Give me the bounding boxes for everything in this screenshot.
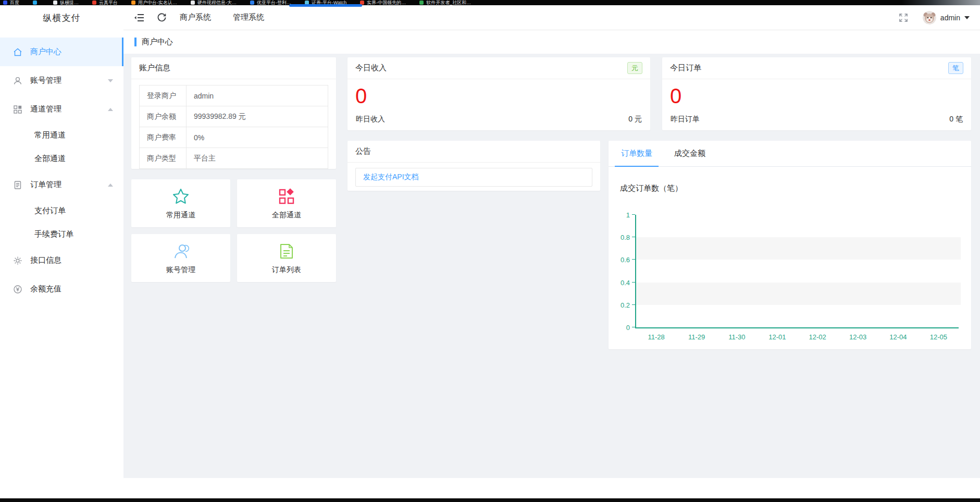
sidebar-item-label: 订单管理	[30, 180, 61, 190]
bookmark-item[interactable]: 用户中台-实名认…	[131, 0, 177, 5]
bookmark-item[interactable]: 软件开发者_社区和…	[419, 0, 471, 5]
browser-active-tab-indicator	[289, 4, 362, 7]
bookmark-label: 云真平台	[99, 0, 118, 5]
sidebar-item-label: 接口信息	[30, 255, 61, 265]
tab-admin-system[interactable]: 管理系统	[233, 13, 264, 22]
table-cell-value: 平台主	[187, 148, 328, 169]
bottom-edge	[0, 498, 980, 502]
bookmark-label: 纵横提…	[60, 0, 79, 5]
bookmark-item[interactable]: 百度	[3, 0, 19, 5]
sidebar-subitem-label: 常用通道	[34, 130, 66, 140]
table-row: 商户余额 99939982.89 元	[140, 106, 328, 127]
breadcrumb-marker	[134, 38, 137, 46]
bookmark-item[interactable]: 硬件现程信息-大…	[191, 0, 237, 5]
bookmark-label: 用户中台-实名认…	[138, 0, 177, 5]
sidebar-item-order-management[interactable]: 订单管理	[0, 170, 123, 199]
list-document-icon	[279, 242, 294, 261]
shortcut-order-list[interactable]: 订单列表	[237, 234, 336, 282]
table-row: 商户类型 平台主	[140, 148, 328, 169]
users-icon	[171, 242, 190, 261]
shortcut-label: 账号管理	[166, 265, 195, 275]
bookmark-item[interactable]	[33, 0, 40, 5]
dashboard-content: 账户信息 登录商户 admin 商户余额 99939982.89 元	[123, 54, 980, 478]
sidebar-item-api-info[interactable]: 接口信息	[0, 246, 123, 275]
y-axis-tick-mark	[632, 304, 635, 305]
sidebar-subitem-common-channels[interactable]: 常用通道	[0, 124, 123, 147]
sidebar-subitem-label: 全部通道	[34, 154, 66, 164]
sidebar-subitem-fee-orders[interactable]: 手续费订单	[0, 223, 123, 246]
bookmark-item[interactable]: 优亚平台-登利…	[250, 0, 291, 5]
orders-chart-card: 订单数量 成交金额 成交订单数（笔） 00.20.40.60.8111-2811…	[609, 141, 971, 349]
breadcrumb: 商户中心	[123, 30, 980, 54]
yesterday-orders-label: 昨日订单	[671, 115, 700, 124]
table-row: 登录商户 admin	[140, 85, 328, 106]
bookmark-label: 百度	[10, 0, 19, 5]
sidebar-item-merchant-center[interactable]: 商户中心	[0, 38, 123, 66]
y-axis-tick-label: 0.2	[612, 301, 630, 309]
sidebar-item-label: 账号管理	[30, 76, 61, 85]
table-cell-value: 99939982.89 元	[187, 106, 328, 127]
shortcut-all-channels[interactable]: 全部通道	[237, 179, 336, 227]
coin-icon	[13, 285, 22, 294]
sidebar-subitem-label: 支付订单	[34, 206, 66, 216]
tab-order-count[interactable]: 订单数量	[615, 141, 659, 166]
bookmark-label: 硬件现程信息-大…	[197, 0, 237, 5]
star-icon	[172, 187, 190, 206]
chevron-down-icon	[964, 16, 970, 19]
bookmark-item[interactable]: 纵横提…	[53, 0, 79, 5]
today-income-card: 今日收入 元 0 昨日收入 0 元	[348, 57, 650, 130]
tab-deal-amount[interactable]: 成交金额	[668, 141, 712, 166]
today-orders-value: 0	[662, 79, 971, 107]
chevron-up-icon	[108, 108, 113, 111]
favicon	[33, 1, 37, 5]
sidebar-item-label: 通道管理	[30, 104, 61, 114]
tab-merchant-system[interactable]: 商户系统	[180, 13, 211, 22]
favicon	[3, 1, 7, 5]
card-title: 今日订单	[670, 63, 701, 73]
sidebar-item-label: 商户中心	[30, 47, 61, 57]
grid-icon	[13, 105, 22, 114]
x-axis-tick-label: 12-04	[889, 333, 907, 341]
shortcut-common-channels[interactable]: 常用通道	[131, 179, 230, 227]
sidebar-item-channel-management[interactable]: 通道管理	[0, 95, 123, 124]
shortcut-account-management[interactable]: 账号管理	[131, 234, 230, 282]
table-cell-label: 商户余额	[140, 106, 187, 127]
bookmark-item[interactable]: 实界-中国领先的…	[360, 0, 406, 5]
favicon	[92, 1, 96, 5]
sidebar-item-label: 余额充值	[30, 284, 61, 294]
today-income-value: 0	[348, 79, 650, 107]
favicon	[419, 1, 424, 5]
sidebar-subitem-label: 手续费订单	[34, 229, 73, 239]
refresh-icon[interactable]	[157, 13, 167, 23]
api-doc-link[interactable]: 发起支付API文档	[363, 173, 419, 182]
fullscreen-icon[interactable]	[899, 13, 908, 22]
main-area: 商户系统 管理系统 admin 商户中心	[123, 5, 980, 498]
account-info-card: 账户信息 登录商户 admin 商户余额 99939982.89 元	[131, 57, 336, 169]
chevron-up-icon	[108, 183, 113, 187]
sidebar-item-account-management[interactable]: 账号管理	[0, 66, 123, 95]
sidebar-subitem-payment-orders[interactable]: 支付订单	[0, 199, 123, 223]
table-cell-value: admin	[187, 85, 328, 106]
sidebar: 纵横支付 商户中心 账号管理	[0, 5, 123, 498]
yesterday-income-value: 0 元	[628, 115, 642, 124]
user-menu[interactable]: admin	[923, 11, 970, 25]
shortcut-label: 订单列表	[272, 265, 301, 275]
account-info-table: 登录商户 admin 商户余额 99939982.89 元 商户费率 0%	[139, 85, 328, 169]
x-axis-tick-label: 12-01	[768, 333, 786, 341]
x-axis-tick-label: 11-30	[728, 333, 745, 341]
table-row: 商户费率 0%	[140, 127, 328, 148]
chart-split-band	[636, 283, 961, 305]
today-orders-card: 今日订单 笔 0 昨日订单 0 笔	[662, 57, 971, 130]
browser-bookmarks-bar: 百度纵横提…云真平台用户中台-实名认…硬件现程信息-大…优亚平台-登利…证券-平…	[0, 0, 980, 5]
gear-icon	[13, 256, 22, 265]
sidebar-subitem-all-channels[interactable]: 全部通道	[0, 147, 123, 170]
sidebar-item-balance-recharge[interactable]: 余额充值	[0, 275, 123, 303]
collapse-menu-icon[interactable]	[134, 13, 144, 23]
chevron-down-icon	[108, 79, 113, 82]
shortcut-label: 全部通道	[272, 211, 301, 220]
bookmark-item[interactable]: 云真平台	[92, 0, 118, 5]
x-axis-tick-label: 11-29	[688, 333, 705, 341]
x-axis-tick-label: 12-02	[809, 333, 826, 341]
table-cell-label: 商户类型	[140, 148, 187, 169]
y-axis-tick-label: 1	[612, 211, 630, 219]
